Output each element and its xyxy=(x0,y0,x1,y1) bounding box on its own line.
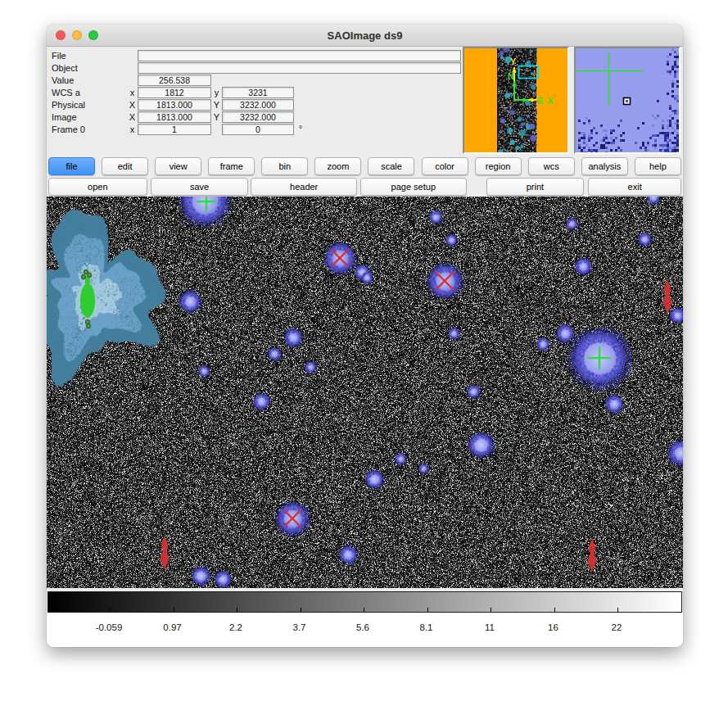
colorbar-tick xyxy=(301,608,301,612)
image-x-label: X xyxy=(127,112,138,122)
action-bar: opensaveheaderpage setupprintexit xyxy=(48,178,681,196)
colorbar-tick-label: 3.7 xyxy=(293,622,306,632)
title-bar[interactable]: SAOImage ds9 xyxy=(47,25,683,47)
magnifier-panel xyxy=(574,47,681,154)
physical-y-field: 3232.000 xyxy=(222,99,294,111)
image-label: Image xyxy=(52,112,127,122)
object-label: Object xyxy=(52,63,127,73)
wcs-y-label: y xyxy=(211,88,222,97)
file-field xyxy=(138,50,461,61)
maximize-icon[interactable] xyxy=(88,30,98,40)
menu-wcs[interactable]: wcs xyxy=(528,157,575,175)
menu-scale[interactable]: scale xyxy=(368,157,414,175)
colorbar-tick-label: 11 xyxy=(485,622,495,632)
menu-bin[interactable]: bin xyxy=(261,157,308,175)
ds9-window: SAOImage ds9 File Object Value 256.538 W… xyxy=(47,25,683,647)
colorbar-tick xyxy=(617,608,618,612)
menu-frame[interactable]: frame xyxy=(208,157,255,175)
frame-label: Frame 0 xyxy=(52,124,127,134)
physical-row: Physical X 1813.000 Y 3232.000 xyxy=(52,98,461,111)
colorbar-labels: -0.0590.972.23.75.68.1111622 xyxy=(47,613,683,647)
colorbar-tick xyxy=(110,608,111,612)
menu-file[interactable]: file xyxy=(48,157,95,175)
panner-panel xyxy=(463,47,569,154)
degree-symbol: ° xyxy=(294,124,307,134)
colorbar[interactable] xyxy=(47,591,682,613)
info-panel: File Object Value 256.538 WCS a x 1812 y… xyxy=(52,49,461,135)
wcs-label: WCS a xyxy=(52,88,127,97)
menu-edit[interactable]: edit xyxy=(102,157,148,175)
colorbar-tick-label: 0.97 xyxy=(163,622,181,632)
minimize-icon[interactable] xyxy=(72,30,82,40)
menu-help[interactable]: help xyxy=(635,157,681,175)
colorbar-tick xyxy=(174,608,174,612)
traffic-lights xyxy=(56,30,98,40)
colorbar-tick-label: 22 xyxy=(612,622,622,632)
action-open[interactable]: open xyxy=(48,178,147,196)
colorbar-tick xyxy=(491,608,491,612)
physical-label: Physical xyxy=(52,100,127,110)
action-header[interactable]: header xyxy=(251,178,357,196)
value-label: Value xyxy=(52,75,127,85)
wcs-x-field: 1812 xyxy=(138,87,211,98)
frame-row: Frame 0 x 1 0 ° xyxy=(52,123,461,135)
menu-region[interactable]: region xyxy=(475,157,522,175)
colorbar-tick xyxy=(554,608,555,612)
menu-bar: fileeditviewframebinzoomscalecolorregion… xyxy=(48,157,681,175)
menu-view[interactable]: view xyxy=(155,157,201,175)
frame-angle-field: 0 xyxy=(222,124,294,135)
colorbar-tick-label: 8.1 xyxy=(420,622,433,632)
image-x-field: 1813.000 xyxy=(138,111,211,123)
menu-zoom[interactable]: zoom xyxy=(314,157,361,175)
file-label: File xyxy=(52,51,127,61)
image-y-field: 3232.000 xyxy=(222,111,294,123)
image-y-label: Y xyxy=(211,112,222,122)
file-row: File xyxy=(52,49,461,61)
magnifier-canvas[interactable] xyxy=(576,48,679,152)
physical-x-label: X xyxy=(127,100,138,110)
action-page-setup[interactable]: page setup xyxy=(360,178,467,196)
action-exit[interactable]: exit xyxy=(588,178,681,196)
action-print[interactable]: print xyxy=(486,178,585,196)
frame-x-label: x xyxy=(127,124,138,134)
close-icon[interactable] xyxy=(56,30,66,40)
colorbar-tick-label: -0.059 xyxy=(96,622,123,632)
object-field xyxy=(138,62,461,74)
menu-color[interactable]: color xyxy=(422,157,468,175)
value-field: 256.538 xyxy=(138,75,211,86)
menu-analysis[interactable]: analysis xyxy=(581,157,628,175)
colorbar-tick xyxy=(427,608,428,612)
sky-canvas[interactable] xyxy=(47,197,683,588)
colorbar-tick xyxy=(364,608,364,612)
physical-x-field: 1813.000 xyxy=(138,99,211,111)
value-row: Value 256.538 xyxy=(52,74,461,86)
physical-y-label: Y xyxy=(211,100,222,110)
wcs-y-field: 3231 xyxy=(222,87,294,98)
wcs-row: WCS a x 1812 y 3231 xyxy=(52,86,461,98)
panner-canvas[interactable] xyxy=(464,48,567,152)
colorbar-tick-label: 2.2 xyxy=(229,622,242,632)
wcs-x-label: x xyxy=(127,88,138,97)
image-row: Image X 1813.000 Y 3232.000 xyxy=(52,111,461,123)
frame-zoom-field: 1 xyxy=(138,124,211,135)
window-title: SAOImage ds9 xyxy=(328,29,403,42)
action-save[interactable]: save xyxy=(151,178,249,196)
colorbar-tick xyxy=(237,608,237,612)
colorbar-tick-label: 5.6 xyxy=(356,622,369,632)
object-row: Object xyxy=(52,61,461,74)
colorbar-tick-label: 16 xyxy=(548,622,558,632)
